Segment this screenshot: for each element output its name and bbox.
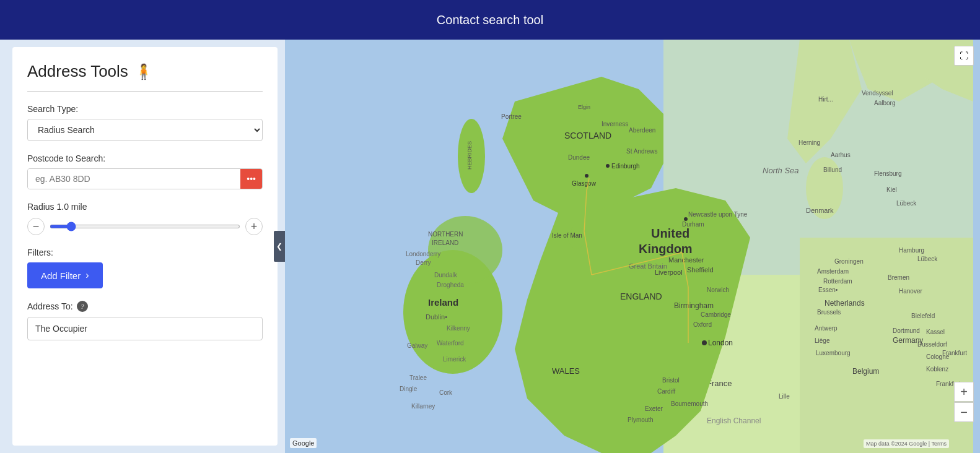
postcode-btn-icon: ••• [247,174,256,184]
svg-text:Antwerp: Antwerp [815,325,838,332]
svg-text:Aarhus: Aarhus [831,152,851,158]
svg-text:Liverpool: Liverpool [655,269,683,276]
svg-text:Londonderry: Londonderry [406,251,440,257]
google-text: Google [292,439,314,447]
radius-increase-button[interactable]: + [245,218,263,235]
title-divider [27,91,263,92]
svg-text:Kiel: Kiel [886,186,897,193]
radius-slider-row: − + [27,218,263,235]
zoom-out-icon: − [960,405,968,420]
svg-text:Oxford: Oxford [693,321,712,328]
svg-text:Waterford: Waterford [437,340,464,347]
svg-text:Ireland: Ireland [428,297,458,308]
sidebar-panel: Address Tools 🧍 Search Type: Radius Sear… [12,47,278,446]
sidebar-container: Address Tools 🧍 Search Type: Radius Sear… [0,40,285,453]
search-type-select[interactable]: Radius Search Postcode Search Address Se… [27,119,263,141]
plus-icon: + [251,220,258,233]
svg-text:Flensburg: Flensburg [874,170,901,177]
svg-text:North Sea: North Sea [763,166,799,175]
svg-text:Hamburg: Hamburg [899,247,924,254]
svg-text:Billund: Billund [823,166,842,173]
postcode-action-button[interactable]: ••• [240,169,262,189]
svg-text:Bielefeld: Bielefeld [911,313,935,319]
svg-text:Bremen: Bremen [888,274,909,281]
svg-text:Glasgow: Glasgow [572,180,597,187]
main-layout: Address Tools 🧍 Search Type: Radius Sear… [0,40,980,453]
svg-point-41 [585,174,588,178]
svg-text:HEBRIDES: HEBRIDES [466,141,473,170]
filters-label: Filters: [27,248,263,257]
svg-text:Inverness: Inverness [602,121,628,127]
search-type-group: Search Type: Radius Search Postcode Sear… [27,104,263,141]
svg-text:Portree: Portree [501,113,522,120]
svg-text:Koblenz: Koblenz [926,366,948,373]
svg-text:Frankfurt: Frankfurt [942,350,967,356]
page-header: Contact search tool [0,0,980,40]
postcode-input[interactable] [28,169,240,189]
map-area[interactable]: Denmark Netherlands Belgium France Engli… [285,40,980,453]
svg-text:Vendsyssel: Vendsyssel [862,90,893,97]
attribution-text: Map data ©2024 Google | Terms [866,441,947,447]
radius-decrease-button[interactable]: − [27,218,45,235]
svg-text:Dublin•: Dublin• [426,313,447,321]
person-icon: 🧍 [134,63,153,80]
svg-text:Liège: Liège [815,337,830,344]
svg-text:Lübeck: Lübeck [917,256,938,262]
svg-text:Denmark: Denmark [806,207,834,214]
svg-text:WALES: WALES [552,366,580,376]
map-fullscreen-button[interactable]: ⛶ [954,46,974,66]
radius-label: Radius 1.0 mile [27,202,263,212]
svg-text:Kilkenny: Kilkenny [447,325,470,332]
svg-text:Lille: Lille [779,393,790,400]
map-attribution: Map data ©2024 Google | Terms [864,439,949,448]
address-to-input[interactable] [27,317,263,340]
svg-text:Limerick: Limerick [443,356,466,363]
svg-text:Bournemouth: Bournemouth [671,400,708,407]
page-title: Contact search tool [437,13,543,27]
filters-group: Filters: Add Filter › [27,248,263,288]
svg-text:Edinburgh: Edinburgh [611,163,640,170]
svg-text:Dortmund: Dortmund [893,327,920,334]
svg-text:Dingle: Dingle [400,386,418,392]
svg-text:Kingdom: Kingdom [639,242,693,256]
svg-text:Exeter: Exeter [645,405,663,412]
fullscreen-icon: ⛶ [960,51,968,61]
svg-text:Herning: Herning [798,139,820,146]
svg-text:Dundalk: Dundalk [434,272,458,278]
svg-text:Aberdeen: Aberdeen [629,127,655,134]
svg-text:Cambridge: Cambridge [701,311,731,318]
postcode-label: Postcode to Search: [27,153,263,163]
zoom-in-button[interactable]: + [954,382,974,402]
svg-text:English Channel: English Channel [707,416,761,425]
svg-text:Cork: Cork [439,389,453,396]
svg-text:Elgin: Elgin [578,104,590,110]
address-to-group: Address To: ? [27,301,263,340]
address-to-text: Address To: [27,301,73,311]
svg-text:Durham: Durham [682,221,704,228]
zoom-out-button[interactable]: − [954,402,974,422]
search-type-label: Search Type: [27,104,263,114]
svg-text:Luxembourg: Luxembourg [816,350,851,356]
svg-text:Kassel: Kassel [926,329,945,335]
svg-text:Plymouth: Plymouth [628,416,654,423]
svg-text:Dundee: Dundee [568,154,590,161]
address-to-help-icon[interactable]: ? [77,301,88,312]
svg-text:Derry: Derry [416,259,431,266]
add-filter-button[interactable]: Add Filter › [27,262,103,288]
sidebar-collapse-button[interactable]: ❮ [274,231,285,262]
minus-icon: − [33,220,40,233]
svg-text:Sheffield: Sheffield [687,266,714,274]
svg-text:Newcastle upon Tyne: Newcastle upon Tyne [688,211,748,218]
radius-slider[interactable] [50,225,240,228]
svg-text:Galway: Galway [407,342,427,349]
svg-text:London: London [708,339,733,347]
svg-text:Groningen: Groningen [834,258,864,265]
svg-text:SCOTLAND: SCOTLAND [564,131,611,140]
address-to-label-row: Address To: ? [27,301,263,312]
svg-text:Hanover: Hanover [899,288,922,295]
svg-text:Killarney: Killarney [411,403,435,410]
postcode-input-wrap: ••• [27,168,263,189]
map-svg: Denmark Netherlands Belgium France Engli… [285,40,980,453]
svg-text:Bristol: Bristol [662,377,680,384]
svg-text:Cardiff: Cardiff [657,388,675,395]
